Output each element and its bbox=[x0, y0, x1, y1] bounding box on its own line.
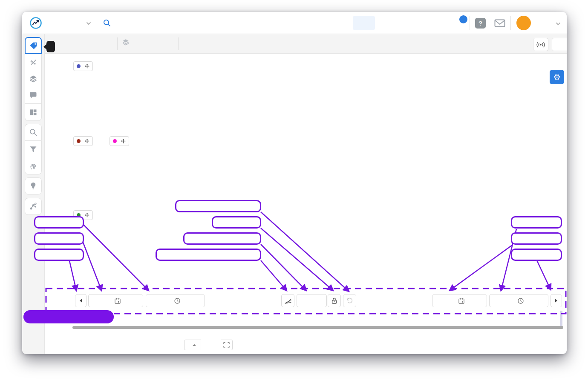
nav-item-view[interactable] bbox=[353, 16, 375, 30]
top-navbar: ? bbox=[22, 12, 567, 34]
lightbulb-icon bbox=[29, 182, 37, 190]
series-color-dot bbox=[113, 139, 117, 143]
move-icon bbox=[85, 64, 89, 69]
toolbar-divider bbox=[117, 37, 118, 50]
calendar-icon bbox=[458, 297, 465, 304]
nav-divider bbox=[510, 16, 511, 30]
compare-layers-icon bbox=[122, 38, 130, 46]
start-date-field[interactable] bbox=[88, 294, 143, 307]
annotation-undo-time-navigation bbox=[175, 200, 261, 212]
lock-state-button[interactable] bbox=[328, 294, 341, 307]
nav-divider bbox=[470, 16, 470, 30]
visualization-mode-icon bbox=[284, 297, 292, 304]
actions-button[interactable] bbox=[552, 38, 567, 51]
brand-chevron-down-icon[interactable] bbox=[86, 22, 91, 25]
move-icon bbox=[85, 213, 89, 217]
shift-left-button[interactable] bbox=[75, 294, 86, 307]
search-input[interactable] bbox=[112, 19, 223, 26]
legend-chip-ba-active-1[interactable] bbox=[73, 61, 93, 71]
app-window: ? bbox=[22, 12, 567, 354]
annotation-time-span-selector bbox=[183, 232, 261, 245]
move-icon bbox=[85, 139, 89, 143]
time-span-selector[interactable] bbox=[297, 294, 327, 307]
annotation-end-date bbox=[511, 232, 562, 245]
live-broadcast-button[interactable] bbox=[533, 38, 548, 51]
focus-chart-analog-plot-2[interactable] bbox=[72, 211, 563, 284]
secondary-toolbar bbox=[45, 34, 567, 54]
toolbar-divider bbox=[178, 37, 179, 50]
series-color-dot bbox=[77, 139, 81, 143]
sidebar-item-fingerprint[interactable] bbox=[25, 157, 42, 174]
end-time-field[interactable] bbox=[489, 294, 548, 307]
focus-chart-digital-plot[interactable] bbox=[72, 73, 563, 135]
y-axis-labels bbox=[52, 146, 71, 210]
sidebar-item-dashboard[interactable] bbox=[25, 104, 42, 121]
sidebar-item-comments[interactable] bbox=[25, 87, 42, 104]
sidebar-item-search[interactable] bbox=[25, 124, 42, 141]
start-time-field[interactable] bbox=[146, 294, 205, 307]
annotation-lock-state bbox=[212, 216, 261, 229]
annotation-end-time bbox=[511, 216, 562, 229]
trendhub-logo-icon bbox=[29, 17, 42, 29]
help-icon[interactable]: ? bbox=[475, 18, 486, 29]
filter-icon bbox=[29, 145, 37, 154]
chart-area: ⚙ bbox=[45, 54, 567, 354]
search-icon[interactable] bbox=[103, 19, 111, 27]
clock-icon bbox=[517, 297, 524, 304]
tags-tooltip bbox=[46, 41, 55, 52]
custom-range-button[interactable] bbox=[184, 340, 201, 350]
legend-chip-my-alias[interactable] bbox=[73, 136, 93, 146]
sidebar-item-insights[interactable] bbox=[25, 177, 42, 194]
avatar[interactable] bbox=[516, 16, 531, 30]
monitoring-count-badge bbox=[459, 15, 467, 23]
end-date-field[interactable] bbox=[432, 294, 487, 307]
undo-time-navigation-button[interactable] bbox=[343, 294, 356, 307]
sidebar-item-calculations[interactable] bbox=[25, 54, 42, 71]
calculations-icon bbox=[29, 58, 37, 67]
annotation-shift-right bbox=[511, 249, 562, 261]
clock-icon bbox=[174, 297, 181, 304]
chevron-up-icon bbox=[192, 343, 196, 346]
sidebar-item-graph-analysis[interactable] bbox=[25, 198, 42, 215]
annotation-start-time bbox=[34, 216, 84, 229]
left-sidebar bbox=[22, 34, 45, 354]
annotation-start-date bbox=[34, 232, 84, 245]
timeline-scrollbar[interactable] bbox=[72, 326, 563, 329]
right-arrow-icon bbox=[555, 299, 558, 303]
move-icon bbox=[121, 139, 126, 143]
visualization-mode-button[interactable] bbox=[281, 294, 294, 307]
x-axis-labels bbox=[72, 284, 563, 290]
broadcast-icon bbox=[536, 42, 545, 48]
fit-frame-icon bbox=[223, 342, 230, 348]
user-chevron-down-icon[interactable] bbox=[556, 22, 561, 26]
tag-icon bbox=[29, 41, 38, 50]
fit-view-button[interactable] bbox=[221, 340, 233, 350]
undo-history-icon bbox=[346, 297, 353, 304]
mail-icon[interactable] bbox=[494, 19, 505, 27]
search-icon bbox=[29, 128, 37, 137]
sidebar-item-tags[interactable] bbox=[25, 37, 42, 54]
legend-chip-ba-conc-2[interactable] bbox=[110, 136, 129, 146]
nav-divider bbox=[97, 16, 97, 30]
layers-icon bbox=[29, 74, 37, 83]
dashboard-icon bbox=[29, 108, 37, 117]
annotation-visualization-mode bbox=[156, 249, 261, 261]
fingerprint-icon bbox=[29, 162, 37, 170]
lock-icon bbox=[331, 297, 337, 304]
compare-layers-button[interactable] bbox=[122, 38, 133, 46]
calendar-icon bbox=[114, 297, 121, 304]
timeline-month-labels bbox=[72, 330, 563, 339]
series-color-dot bbox=[77, 64, 81, 68]
sidebar-item-layers[interactable] bbox=[25, 70, 42, 87]
shift-right-button[interactable] bbox=[551, 294, 562, 307]
chart-settings-button[interactable]: ⚙ bbox=[550, 70, 564, 84]
annotation-shift-left bbox=[34, 249, 84, 261]
sidebar-item-filter[interactable] bbox=[25, 141, 42, 158]
graph-icon bbox=[29, 202, 37, 211]
left-arrow-icon bbox=[79, 299, 82, 303]
annotation-focus-chart-controls bbox=[23, 310, 114, 323]
focus-chart-analog-plot[interactable] bbox=[72, 146, 563, 209]
comment-icon bbox=[29, 91, 37, 100]
